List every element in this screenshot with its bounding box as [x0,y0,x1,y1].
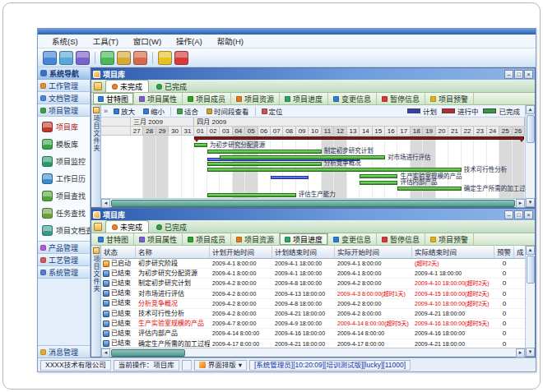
sidebar-item-project-library[interactable]: 项目库 [38,118,90,136]
menu-actions[interactable]: 操作(A) [169,35,210,47]
gantt-bar-evaluate-capacity[interactable] [207,193,296,197]
tab-progress[interactable]: 项目进度 [280,93,328,104]
gantt-vscrollbar[interactable]: ▲ ▼ [525,105,535,207]
sidebar-section-work-mgmt[interactable]: 工作管理 [38,80,90,92]
tab-pauses[interactable]: 暂停信息 [377,93,425,104]
layout-selector[interactable]: 界面排版 ▾ [194,360,247,371]
side-tab-project-folders[interactable]: 项目文件夹 [91,105,101,207]
lock-icon[interactable] [158,51,172,65]
sidebar-section-product-mgmt[interactable]: 产品管理 [38,242,90,254]
sidebar-section-project-mgmt[interactable]: 项目管理 [38,104,90,117]
tab-properties[interactable]: 项目属性 [134,233,183,245]
tab-alerts[interactable]: 项目预警 [425,233,474,245]
sidebar-item-template-library[interactable]: 模板库 [38,136,90,153]
column-header-status[interactable]: 状态 [101,246,136,258]
scroll-down-icon[interactable]: ▼ [526,198,535,207]
tab-alerts[interactable]: 项目预警 [425,93,474,104]
menu-tools[interactable]: 工具(T) [86,35,126,47]
gantt-bar-make-research-plan[interactable] [207,150,322,154]
window-titlebar[interactable]: 项目库 – □ × [91,68,535,80]
filter-tab-finished[interactable]: 已完成 [151,221,193,233]
gantt-tool-locate[interactable]: 定位 [259,106,285,117]
sidebar-item-project-search[interactable]: 项目查找 [38,187,90,205]
sidebar-section-doc-mgmt[interactable]: 文档管理 [38,92,90,104]
tab-gantt[interactable]: 甘特图 [93,233,134,245]
close-button[interactable]: × [524,70,533,79]
column-header-plan-end[interactable]: 计划结束时间 [272,246,335,258]
tab-pauses[interactable]: 暂停信息 [377,233,425,245]
filter-tab-unfinished[interactable]: 未完成 [105,80,149,92]
sidebar-section-system-mgmt[interactable]: 系统管理 [38,266,90,279]
table-row-7[interactable]: 已结束生产实验室规模的产品2009-4-7 8:00:002009-4-9 18… [101,319,525,329]
vscroll-thumb[interactable] [527,115,535,143]
tab-progress[interactable]: 项目进度 [280,233,328,245]
scroll-left-icon[interactable]: ◄ [101,199,110,208]
table-row-9[interactable]: 已结束确定生产所需的加工过程2009-4-17 8:00:002009-4-21… [101,339,525,348]
tab-resources[interactable]: 项目资源 [231,93,280,104]
scroll-left-icon[interactable]: ◄ [101,348,110,357]
tab-resources[interactable]: 项目资源 [231,233,280,245]
exit-icon[interactable] [174,51,188,65]
scroll-up-icon[interactable]: ▲ [526,246,535,255]
tab-properties[interactable]: 项目属性 [134,93,183,104]
gantt-hscrollbar[interactable]: ◄ ► [101,198,525,207]
gantt-bar-assign-resources[interactable] [194,143,207,147]
gantt-tool-fit[interactable]: 适合 [174,106,201,117]
tab-members[interactable]: 项目成员 [183,93,231,104]
column-header-warn[interactable]: 预警 [494,246,514,258]
sidebar-section-process-mgmt[interactable]: 工艺管理 [38,254,90,266]
side-tab-project-folders[interactable]: 项目文件夹 [91,246,101,357]
menu-system[interactable]: 系统(S) [44,35,86,47]
table-vscrollbar[interactable]: ▲ ▼ [525,246,535,357]
column-header-actual-end[interactable]: 实际结束时间 [412,246,494,258]
gantt-bar-define-processing[interactable] [397,187,461,191]
column-header-name[interactable]: 名称 [136,246,210,258]
hscroll-thumb[interactable] [111,349,185,357]
filter-tab-finished[interactable]: 已完成 [151,81,193,92]
open-icon[interactable] [59,51,73,65]
sidebar-item-project-monitor[interactable]: 项目监控 [38,153,90,170]
column-header-plan-start[interactable]: 计划开始时间 [210,246,272,258]
tab-gantt[interactable]: 甘特图 [93,93,134,104]
save-icon[interactable] [76,51,90,65]
mail-icon[interactable] [117,51,131,65]
gantt-bar-evaluate-internal-product[interactable] [360,181,397,185]
gantt-tool-zoom-in[interactable]: 放大 [111,106,137,117]
menu-help[interactable]: 帮助(H) [210,35,251,47]
refresh-icon[interactable] [100,51,114,65]
scroll-down-icon[interactable]: ▼ [526,348,535,357]
sidebar-item-work-calendar[interactable]: 工作日历 [38,170,90,187]
table-row-1[interactable]: 已启动初步研究阶段2009-4-1 8:00:002009-4-1 18:00:… [101,259,525,269]
minimize-button[interactable]: – [504,210,513,219]
home-icon[interactable] [43,51,57,65]
hscroll-thumb[interactable] [111,200,515,207]
table-hscrollbar[interactable]: ◄ ► [101,348,525,357]
table-row-5[interactable]: 已结束分析竞争概况2009-4-2 8:00:002009-4-8 18:00:… [101,299,525,309]
vscroll-thumb[interactable] [527,256,535,284]
tab-members[interactable]: 项目成员 [183,233,231,245]
scroll-right-icon[interactable]: ► [516,348,525,357]
tab-changes[interactable]: 变更信息 [328,93,377,104]
overflow-chevron-icon[interactable]: » [104,107,108,115]
column-header-done-pct[interactable]: 成 [514,246,525,258]
filter-tab-unfinished[interactable]: 未完成 [105,220,149,233]
table-row-6[interactable]: 已结束技术可行性分析2009-4-2 8:00:002009-4-21 18:0… [101,309,525,319]
gantt-bar-competition-analysis[interactable] [207,162,322,166]
sidebar-footer-message-mgmt[interactable]: 消息管理 [38,345,90,357]
menu-window[interactable]: 窗口(W) [126,35,169,47]
gantt-tool-time-range[interactable]: 时间段查看 [204,106,252,117]
tab-changes[interactable]: 变更信息 [328,233,377,245]
table-row-8[interactable]: 已结束评估内部产品2009-4-14 8:00:002009-4-16 18:0… [101,329,525,339]
chart-icon[interactable] [133,51,147,65]
gantt-tool-zoom-out[interactable]: 缩小 [141,106,167,117]
restore-button[interactable]: □ [514,70,523,79]
table-row-4[interactable]: 已结束对市场进行评估2009-4-2 8:00:002009-4-13 18:0… [101,289,525,299]
scroll-right-icon[interactable]: ► [516,199,525,208]
window-titlebar[interactable]: 项目库 – □ × [91,209,535,220]
gantt-bar-tech-feasibility[interactable] [207,168,462,172]
gantt-bar-phase-initial-research[interactable] [194,136,524,140]
column-header-actual-start[interactable]: 实际开始时间 [335,246,412,258]
scroll-up-icon[interactable]: ▲ [526,105,535,114]
gantt-bar-lab-scale-product[interactable] [360,174,397,178]
app-titlebar[interactable] [38,29,536,35]
